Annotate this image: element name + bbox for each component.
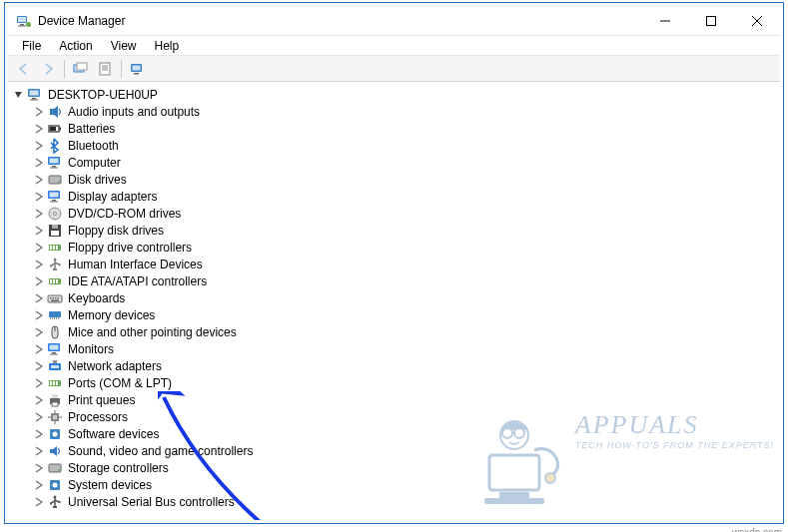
svg-point-90 xyxy=(58,469,60,471)
svg-rect-77 xyxy=(56,381,58,385)
scan-button[interactable] xyxy=(127,58,149,80)
svg-rect-39 xyxy=(52,225,58,229)
chevron-right-icon[interactable] xyxy=(32,258,46,271)
svg-point-96 xyxy=(58,500,60,502)
chevron-right-icon[interactable] xyxy=(32,190,46,204)
menu-file[interactable]: File xyxy=(14,37,49,55)
chevron-right-icon[interactable] xyxy=(32,478,46,492)
tree-category-node[interactable]: Sound, video and game controllers xyxy=(32,442,780,459)
tree-category-node[interactable]: Processors xyxy=(32,408,780,425)
chevron-down-icon[interactable] xyxy=(12,88,26,102)
chevron-right-icon[interactable] xyxy=(32,325,46,339)
audio-icon xyxy=(47,104,63,120)
svg-rect-58 xyxy=(51,299,59,301)
tree-category-node[interactable]: Storage controllers xyxy=(32,459,780,476)
chevron-right-icon[interactable] xyxy=(32,224,46,238)
tree-category-node[interactable]: System devices xyxy=(32,476,780,493)
floppy-icon xyxy=(47,223,63,239)
chevron-right-icon[interactable] xyxy=(32,376,46,390)
forward-button[interactable] xyxy=(37,58,59,80)
tree-category-node[interactable]: Ports (COM & LPT) xyxy=(32,374,780,391)
tree-category-node[interactable]: Human Interface Devices xyxy=(32,256,780,272)
tree-category-node[interactable]: Software devices xyxy=(32,425,780,442)
svg-rect-52 xyxy=(56,279,58,283)
tree-category-node[interactable]: Universal Serial Bus controllers xyxy=(32,493,780,510)
tree-category-node[interactable]: IDE ATA/ATAPI controllers xyxy=(32,272,780,289)
svg-rect-82 xyxy=(53,415,57,419)
chevron-right-icon[interactable] xyxy=(32,291,46,305)
svg-rect-79 xyxy=(52,394,58,398)
menubar: File Action View Help xyxy=(8,36,780,56)
back-button[interactable] xyxy=(13,58,35,80)
svg-rect-1 xyxy=(18,17,26,22)
category-label: Software devices xyxy=(66,427,161,441)
chevron-right-icon[interactable] xyxy=(32,359,46,373)
tree-category-node[interactable]: Monitors xyxy=(32,340,780,357)
category-label: Mice and other pointing devices xyxy=(66,325,239,339)
chevron-right-icon[interactable] xyxy=(32,308,46,322)
cpu-icon xyxy=(47,409,63,425)
svg-rect-19 xyxy=(30,90,39,95)
svg-rect-10 xyxy=(77,63,87,70)
tree-category-node[interactable]: Audio inputs and outputs xyxy=(32,103,780,120)
maximize-button[interactable] xyxy=(688,6,734,35)
chevron-right-icon[interactable] xyxy=(32,427,46,441)
chevron-right-icon[interactable] xyxy=(32,274,46,288)
chevron-right-icon[interactable] xyxy=(32,156,46,170)
device-tree[interactable]: DESKTOP-UEH0UP Audio inputs and outputsB… xyxy=(8,82,780,520)
menu-help[interactable]: Help xyxy=(147,37,188,55)
tree-category-node[interactable]: Print queues xyxy=(32,391,780,408)
tree-category-node[interactable]: DVD/CD-ROM drives xyxy=(32,205,780,222)
memory-icon xyxy=(47,307,63,323)
category-label: Memory devices xyxy=(66,308,157,322)
tree-category-node[interactable]: Disk drives xyxy=(32,171,780,188)
svg-rect-34 xyxy=(52,200,56,202)
menu-action[interactable]: Action xyxy=(51,37,100,55)
tree-category-node[interactable]: Mice and other pointing devices xyxy=(32,323,780,340)
tree-category-node[interactable]: Bluetooth xyxy=(32,137,780,154)
svg-point-4 xyxy=(26,22,31,27)
category-label: Network adapters xyxy=(66,359,164,373)
image-credit: wsxdn.com xyxy=(732,527,782,532)
storage-icon xyxy=(47,460,63,476)
close-button[interactable] xyxy=(734,6,780,35)
chevron-right-icon[interactable] xyxy=(32,122,46,136)
toolbar xyxy=(8,56,780,82)
chevron-right-icon[interactable] xyxy=(32,139,46,153)
tree-category-node[interactable]: Floppy drive controllers xyxy=(32,239,780,256)
tree-category-node[interactable]: Network adapters xyxy=(32,357,780,374)
chevron-right-icon[interactable] xyxy=(32,461,46,475)
svg-rect-62 xyxy=(54,317,55,319)
chevron-right-icon[interactable] xyxy=(32,444,46,458)
tree-root-node[interactable]: DESKTOP-UEH0UP xyxy=(12,86,780,103)
show-hidden-button[interactable] xyxy=(70,58,92,80)
hid-icon xyxy=(47,257,63,272)
tree-category-node[interactable]: Batteries xyxy=(32,120,780,137)
chevron-right-icon[interactable] xyxy=(32,241,46,255)
menu-view[interactable]: View xyxy=(103,37,145,55)
tree-category-node[interactable]: Computer xyxy=(32,154,780,171)
svg-rect-55 xyxy=(53,297,55,299)
svg-rect-6 xyxy=(707,16,716,25)
tree-category-node[interactable]: Keyboards xyxy=(32,289,780,306)
chevron-right-icon[interactable] xyxy=(32,393,46,407)
chevron-right-icon[interactable] xyxy=(32,495,46,509)
chevron-right-icon[interactable] xyxy=(32,105,46,119)
svg-rect-69 xyxy=(52,352,56,354)
properties-button[interactable] xyxy=(94,58,116,80)
chevron-right-icon[interactable] xyxy=(32,207,46,221)
controller-icon xyxy=(47,240,63,256)
svg-rect-51 xyxy=(53,279,55,283)
chevron-right-icon[interactable] xyxy=(32,173,46,187)
svg-rect-2 xyxy=(20,24,24,26)
usb-icon xyxy=(47,494,63,510)
category-label: Disk drives xyxy=(66,173,129,187)
chevron-right-icon[interactable] xyxy=(32,342,46,356)
minimize-button[interactable] xyxy=(642,6,688,35)
tree-category-node[interactable]: Display adapters xyxy=(32,188,780,205)
chevron-right-icon[interactable] xyxy=(32,410,46,424)
category-label: Batteries xyxy=(66,122,117,136)
battery-icon xyxy=(47,121,63,137)
tree-category-node[interactable]: Floppy disk drives xyxy=(32,222,780,239)
tree-category-node[interactable]: Memory devices xyxy=(32,306,780,323)
